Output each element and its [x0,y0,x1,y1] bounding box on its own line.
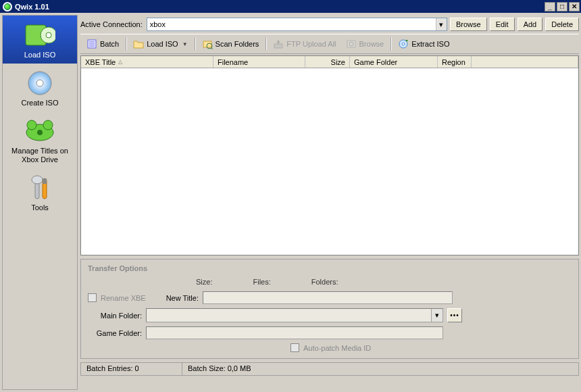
manage-titles-icon [24,118,56,144]
sidebar-item-label: Tools [31,203,49,212]
main-folder-select[interactable]: ▾ [146,308,443,322]
svg-point-24 [402,43,405,45]
sidebar: Load ISO Create ISO Manage Titles on Xbo… [2,15,78,390]
tool-label: Load ISO [147,40,178,48]
tool-label: Scan Folders [216,40,259,48]
main-folder-label: Main Folder: [88,312,142,320]
chevron-down-icon: ▾ [436,18,447,30]
column-region[interactable]: Region [438,56,472,68]
stat-size: Size: [196,278,212,286]
game-folder-label: Game Folder: [88,329,142,337]
connection-value: xbox [150,20,166,28]
svg-rect-12 [43,178,47,184]
stat-folders: Folders: [311,278,338,286]
tool-label: FTP Upload All [286,40,336,48]
window-title: Qwix 1.01 [15,3,49,11]
ftp-upload-all-button: FTP Upload All [268,37,340,51]
sidebar-item-manage-titles[interactable]: Manage Titles on Xbox Drive [3,112,77,168]
scan-folders-button[interactable]: Scan Folders [197,37,264,51]
chevron-down-icon: ▾ [431,309,443,322]
column-filename[interactable]: Filename [213,56,305,68]
tools-icon [24,175,56,201]
status-batch-size: Batch Size: 0,0 MB [182,363,578,375]
tool-label: Extract ISO [411,40,449,48]
svg-point-6 [27,120,36,130]
grid: XBE Title△ Filename Size Game Folder Reg… [80,55,579,255]
load-iso-button[interactable]: Load ISO ▼ [128,37,192,51]
new-title-field [203,291,453,304]
browse-button-toolbar: Browse [341,37,389,51]
rename-xbe-label: Rename XBE [101,294,146,302]
separator [390,37,391,51]
grid-header: XBE Title△ Filename Size Game Folder Reg… [81,56,578,68]
status-batch-entries: Batch Entries: 0 [81,363,182,375]
stat-files: Files: [253,278,270,286]
separator [266,37,266,51]
minimize-button[interactable]: _ [545,2,555,11]
column-size[interactable]: Size [305,56,350,68]
transfer-options: Transfer Options Size: Files: Folders: R… [80,259,579,359]
add-button[interactable]: Add [517,18,543,31]
game-folder-field [146,326,443,339]
column-game-folder[interactable]: Game Folder [350,56,438,68]
rename-xbe-checkbox [88,293,97,302]
folder-open-icon [133,39,144,49]
batch-icon [86,39,97,49]
titlebar: Qwix 1.01 _ □ ✕ [0,0,581,13]
connection-row: Active Connection: xbox ▾ Browse Edit Ad… [80,15,579,32]
sidebar-item-label: Manage Titles on Xbox Drive [5,147,74,164]
sidebar-item-tools[interactable]: Tools [3,168,77,216]
delete-button[interactable]: Delete [545,18,579,31]
column-spacer [472,56,578,68]
close-button[interactable]: ✕ [569,2,580,11]
svg-point-7 [43,120,53,130]
sidebar-item-label: Create ISO [21,99,58,107]
create-iso-icon [24,70,56,96]
sidebar-item-create-iso[interactable]: Create ISO [3,64,77,112]
browse-button[interactable]: Browse [450,18,487,31]
edit-button[interactable]: Edit [490,18,515,31]
separator [195,37,195,51]
auto-patch-checkbox [290,343,299,352]
column-xbe-title[interactable]: XBE Title△ [81,56,213,68]
load-iso-icon [24,22,56,48]
main-folder-browse-button[interactable]: ••• [447,308,462,322]
maximize-button[interactable]: □ [557,2,567,11]
scan-folders-icon [202,39,213,49]
chevron-down-icon: ▼ [182,41,188,47]
app-icon [3,2,12,11]
connection-label: Active Connection: [80,20,144,28]
sidebar-item-load-iso[interactable]: Load ISO [3,16,77,64]
browse-icon [346,39,357,49]
tool-label: Batch [100,40,119,48]
status-bar: Batch Entries: 0 Batch Size: 0,0 MB [80,362,579,376]
grid-body[interactable] [81,68,578,255]
toolbar: Batch Load ISO ▼ Scan Folders FTP Upload… [80,34,579,54]
tool-label: Browse [359,40,384,48]
svg-point-10 [32,176,43,184]
main-panel: Active Connection: xbox ▾ Browse Edit Ad… [78,13,581,392]
transfer-stats: Size: Files: Folders: [88,278,572,286]
sidebar-item-label: Load ISO [24,51,55,59]
transfer-title: Transfer Options [88,264,572,272]
separator [126,37,126,51]
new-title-label: New Title: [166,294,199,302]
svg-point-8 [37,130,43,135]
sort-asc-icon: △ [118,59,122,65]
svg-point-2 [46,32,51,38]
ftp-upload-icon [273,39,284,49]
svg-rect-9 [35,182,39,199]
batch-button[interactable]: Batch [82,37,124,51]
extract-iso-button[interactable]: Extract ISO [393,37,454,51]
connection-select[interactable]: xbox ▾ [147,18,447,31]
extract-iso-icon [398,39,409,49]
svg-line-19 [211,48,213,49]
svg-point-4 [36,80,43,87]
auto-patch-label: Auto-patch Media ID [303,344,371,352]
